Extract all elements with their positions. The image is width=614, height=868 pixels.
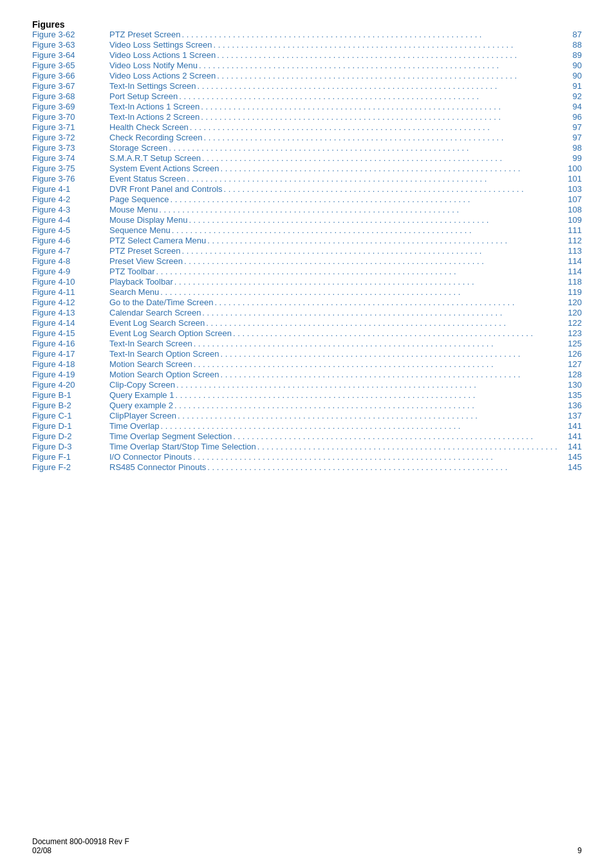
toc-row[interactable]: Figure F-1I/O Connector Pinouts145 xyxy=(32,452,582,462)
toc-row[interactable]: Figure F-2RS485 Connector Pinouts145 xyxy=(32,462,582,472)
toc-row[interactable]: Figure 3-70Text-In Actions 2 Screen96 xyxy=(32,112,582,122)
toc-row[interactable]: Figure 3-74S.M.A.R.T Setup Screen99 xyxy=(32,153,582,163)
toc-row[interactable]: Figure 4-19Motion Search Option Screen12… xyxy=(32,370,582,379)
toc-entry-line: Check Recording Screen97 xyxy=(103,133,582,142)
toc-container: Figure 3-62PTZ Preset Screen87Figure 3-6… xyxy=(32,30,582,472)
entry-page: 119 xyxy=(564,287,582,297)
toc-row[interactable]: Figure 4-20Clip-Copy Screen130 xyxy=(32,380,582,390)
entry-page: 112 xyxy=(564,236,582,245)
dot-leader xyxy=(176,380,563,390)
toc-row[interactable]: Figure 4-3Mouse Menu108 xyxy=(32,205,582,214)
toc-entry-line: Storage Screen98 xyxy=(103,143,582,153)
toc-row[interactable]: Figure 3-64Video Loss Actions 1 Screen89 xyxy=(32,50,582,60)
entry-title: Event Log Search Screen xyxy=(109,318,205,328)
toc-row[interactable]: Figure 4-13Calendar Search Screen120 xyxy=(32,308,582,317)
toc-row[interactable]: Figure 3-67Text-In Settings Screen91 xyxy=(32,81,582,91)
toc-row[interactable]: Figure 4-1DVR Front Panel and Controls10… xyxy=(32,184,582,194)
entry-title: Query Example 1 xyxy=(109,390,174,400)
figure-label: Figure 3-65 xyxy=(32,61,103,70)
toc-entry-line: S.M.A.R.T Setup Screen99 xyxy=(103,153,582,163)
entry-title: Go to the Date/Time Screen xyxy=(109,297,213,307)
figure-label: Figure 3-63 xyxy=(32,40,103,50)
toc-row[interactable]: Figure 4-6PTZ Select Camera Menu112 xyxy=(32,236,582,245)
toc-row[interactable]: Figure 3-71Health Check Screen97 xyxy=(32,122,582,132)
toc-row[interactable]: Figure 4-17Text-In Search Option Screen1… xyxy=(32,349,582,359)
dot-leader xyxy=(175,390,563,400)
toc-entry-line: PTZ Preset Screen87 xyxy=(103,30,582,39)
toc-row[interactable]: Figure 4-7PTZ Preset Screen113 xyxy=(32,246,582,256)
dot-leader xyxy=(207,236,563,245)
toc-row[interactable]: Figure 4-11Search Menu119 xyxy=(32,287,582,297)
toc-row[interactable]: Figure 4-2Page Sequence107 xyxy=(32,194,582,204)
dot-leader xyxy=(171,194,563,204)
figure-label: Figure 4-19 xyxy=(32,370,103,379)
dot-leader xyxy=(169,143,563,153)
toc-row[interactable]: Figure 4-10Playback Toolbar118 xyxy=(32,277,582,287)
toc-row[interactable]: Figure 3-68Port Setup Screen92 xyxy=(32,91,582,101)
entry-title: Video Loss Actions 1 Screen xyxy=(109,50,216,60)
toc-row[interactable]: Figure 3-63Video Loss Settings Screen88 xyxy=(32,40,582,50)
toc-row[interactable]: Figure 4-5Sequence Menu111 xyxy=(32,225,582,235)
toc-row[interactable]: Figure 4-4Mouse Display Menu109 xyxy=(32,215,582,225)
toc-row[interactable]: Figure 3-69Text-In Actions 1 Screen94 xyxy=(32,102,582,111)
entry-page: 96 xyxy=(564,112,582,122)
toc-row[interactable]: Figure 4-18Motion Search Screen127 xyxy=(32,359,582,369)
entry-page: 98 xyxy=(564,143,582,153)
entry-page: 100 xyxy=(564,164,582,173)
entry-title: Text-In Settings Screen xyxy=(109,81,196,91)
entry-title: PTZ Preset Screen xyxy=(109,246,181,256)
toc-row[interactable]: Figure D-1Time Overlap141 xyxy=(32,421,582,431)
toc-row[interactable]: Figure 3-65Video Loss Notify Menu90 xyxy=(32,61,582,70)
toc-row[interactable]: Figure 3-66Video Loss Actions 2 Screen90 xyxy=(32,71,582,80)
figure-label: Figure 4-5 xyxy=(32,225,103,235)
toc-row[interactable]: Figure 3-72Check Recording Screen97 xyxy=(32,133,582,142)
toc-row[interactable]: Figure 4-16Text-In Search Screen125 xyxy=(32,339,582,348)
figure-label: Figure 3-69 xyxy=(32,102,103,111)
figure-label: Figure C-1 xyxy=(32,411,103,420)
dot-leader xyxy=(194,339,563,348)
figure-label: Figure 4-13 xyxy=(32,308,103,317)
toc-row[interactable]: Figure 4-12Go to the Date/Time Screen120 xyxy=(32,297,582,307)
figure-label: Figure 3-76 xyxy=(32,174,103,184)
toc-entry-line: Mouse Menu108 xyxy=(103,205,582,214)
toc-row[interactable]: Figure B-2Query example 2136 xyxy=(32,401,582,410)
toc-row[interactable]: Figure 3-76Event Status Screen101 xyxy=(32,174,582,184)
entry-page: 90 xyxy=(564,71,582,80)
toc-row[interactable]: Figure 4-14Event Log Search Screen122 xyxy=(32,318,582,328)
entry-title: Mouse Menu xyxy=(109,205,158,214)
toc-row[interactable]: Figure 3-62PTZ Preset Screen87 xyxy=(32,30,582,39)
entry-page: 97 xyxy=(564,133,582,142)
dot-leader xyxy=(182,30,563,39)
figure-label: Figure 3-68 xyxy=(32,91,103,101)
entry-page: 136 xyxy=(564,401,582,410)
toc-row[interactable]: Figure 3-73Storage Screen98 xyxy=(32,143,582,153)
dot-leader xyxy=(207,462,563,472)
toc-row[interactable]: Figure D-2Time Overlap Segment Selection… xyxy=(32,431,582,441)
entry-title: Preset View Screen xyxy=(109,256,183,266)
entry-title: Time Overlap Start/Stop Time Selection xyxy=(109,442,256,451)
dot-leader xyxy=(193,452,563,462)
entry-title: Check Recording Screen xyxy=(109,133,203,142)
entry-title: Text-In Actions 1 Screen xyxy=(109,102,200,111)
entry-title: Time Overlap xyxy=(109,421,160,431)
toc-row[interactable]: Figure 3-75System Event Actions Screen10… xyxy=(32,164,582,173)
toc-row[interactable]: Figure 4-15Event Log Search Option Scree… xyxy=(32,328,582,338)
toc-row[interactable]: Figure 4-9PTZ Toolbar114 xyxy=(32,267,582,276)
figure-label: Figure B-1 xyxy=(32,390,103,400)
entry-page: 141 xyxy=(564,442,582,451)
figure-label: Figure 4-9 xyxy=(32,267,103,276)
figure-label: Figure 4-11 xyxy=(32,287,103,297)
entry-page: 137 xyxy=(564,411,582,420)
dot-leader xyxy=(172,225,563,235)
entry-title: PTZ Select Camera Menu xyxy=(109,236,206,245)
toc-row[interactable]: Figure C-1ClipPlayer Screen137 xyxy=(32,411,582,420)
toc-entry-line: Text-In Actions 2 Screen96 xyxy=(103,112,582,122)
toc-row[interactable]: Figure 4-8Preset View Screen114 xyxy=(32,256,582,266)
toc-entries: Figure 3-62PTZ Preset Screen87Figure 3-6… xyxy=(32,30,582,472)
entry-title: Text-In Search Option Screen xyxy=(109,349,219,359)
entry-title: PTZ Preset Screen xyxy=(109,30,181,39)
toc-entry-line: Text-In Settings Screen91 xyxy=(103,81,582,91)
toc-row[interactable]: Figure D-3Time Overlap Start/Stop Time S… xyxy=(32,442,582,451)
toc-row[interactable]: Figure B-1Query Example 1135 xyxy=(32,390,582,400)
dot-leader xyxy=(257,442,563,451)
